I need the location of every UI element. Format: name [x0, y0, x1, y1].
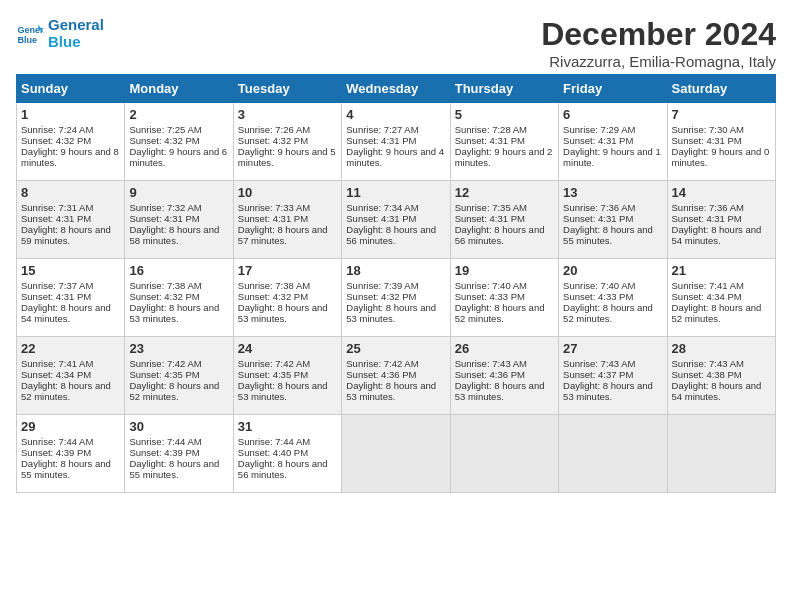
page-title: December 2024 — [541, 16, 776, 53]
day-number: 7 — [672, 107, 771, 122]
sunrise-text: Sunrise: 7:43 AM — [672, 358, 744, 369]
calendar-cell: 23Sunrise: 7:42 AMSunset: 4:35 PMDayligh… — [125, 337, 233, 415]
weekday-header: Monday — [125, 75, 233, 103]
sunrise-text: Sunrise: 7:34 AM — [346, 202, 418, 213]
logo-general: General — [48, 16, 104, 33]
sunset-text: Sunset: 4:35 PM — [238, 369, 308, 380]
logo-blue: Blue — [48, 33, 104, 50]
daylight-text: Daylight: 8 hours and 53 minutes. — [238, 302, 328, 324]
weekday-header: Sunday — [17, 75, 125, 103]
daylight-text: Daylight: 8 hours and 52 minutes. — [21, 380, 111, 402]
daylight-text: Daylight: 8 hours and 57 minutes. — [238, 224, 328, 246]
daylight-text: Daylight: 8 hours and 52 minutes. — [563, 302, 653, 324]
day-number: 6 — [563, 107, 662, 122]
sunrise-text: Sunrise: 7:42 AM — [238, 358, 310, 369]
calendar-cell: 22Sunrise: 7:41 AMSunset: 4:34 PMDayligh… — [17, 337, 125, 415]
calendar-cell: 24Sunrise: 7:42 AMSunset: 4:35 PMDayligh… — [233, 337, 341, 415]
day-number: 19 — [455, 263, 554, 278]
daylight-text: Daylight: 8 hours and 56 minutes. — [238, 458, 328, 480]
svg-text:Blue: Blue — [17, 35, 37, 45]
daylight-text: Daylight: 8 hours and 54 minutes. — [672, 224, 762, 246]
sunset-text: Sunset: 4:31 PM — [455, 135, 525, 146]
sunrise-text: Sunrise: 7:44 AM — [238, 436, 310, 447]
sunrise-text: Sunrise: 7:36 AM — [672, 202, 744, 213]
daylight-text: Daylight: 8 hours and 53 minutes. — [129, 302, 219, 324]
calendar-cell: 13Sunrise: 7:36 AMSunset: 4:31 PMDayligh… — [559, 181, 667, 259]
sunset-text: Sunset: 4:31 PM — [563, 135, 633, 146]
sunrise-text: Sunrise: 7:29 AM — [563, 124, 635, 135]
calendar-cell: 29Sunrise: 7:44 AMSunset: 4:39 PMDayligh… — [17, 415, 125, 493]
daylight-text: Daylight: 8 hours and 53 minutes. — [238, 380, 328, 402]
day-number: 9 — [129, 185, 228, 200]
calendar-week-row: 29Sunrise: 7:44 AMSunset: 4:39 PMDayligh… — [17, 415, 776, 493]
calendar-cell: 18Sunrise: 7:39 AMSunset: 4:32 PMDayligh… — [342, 259, 450, 337]
sunset-text: Sunset: 4:37 PM — [563, 369, 633, 380]
day-number: 18 — [346, 263, 445, 278]
sunset-text: Sunset: 4:32 PM — [238, 135, 308, 146]
calendar-table: SundayMondayTuesdayWednesdayThursdayFrid… — [16, 74, 776, 493]
day-number: 29 — [21, 419, 120, 434]
weekday-header: Friday — [559, 75, 667, 103]
daylight-text: Daylight: 8 hours and 55 minutes. — [129, 458, 219, 480]
daylight-text: Daylight: 8 hours and 55 minutes. — [21, 458, 111, 480]
sunset-text: Sunset: 4:31 PM — [21, 213, 91, 224]
weekday-header: Thursday — [450, 75, 558, 103]
sunrise-text: Sunrise: 7:41 AM — [21, 358, 93, 369]
sunrise-text: Sunrise: 7:28 AM — [455, 124, 527, 135]
logo-icon: General Blue — [16, 19, 44, 47]
day-number: 16 — [129, 263, 228, 278]
calendar-week-row: 15Sunrise: 7:37 AMSunset: 4:31 PMDayligh… — [17, 259, 776, 337]
title-block: December 2024 Rivazzurra, Emilia-Romagna… — [541, 16, 776, 70]
daylight-text: Daylight: 8 hours and 53 minutes. — [346, 380, 436, 402]
calendar-cell: 21Sunrise: 7:41 AMSunset: 4:34 PMDayligh… — [667, 259, 775, 337]
calendar-cell: 26Sunrise: 7:43 AMSunset: 4:36 PMDayligh… — [450, 337, 558, 415]
sunrise-text: Sunrise: 7:37 AM — [21, 280, 93, 291]
calendar-cell: 14Sunrise: 7:36 AMSunset: 4:31 PMDayligh… — [667, 181, 775, 259]
sunset-text: Sunset: 4:32 PM — [21, 135, 91, 146]
sunset-text: Sunset: 4:36 PM — [455, 369, 525, 380]
sunrise-text: Sunrise: 7:43 AM — [563, 358, 635, 369]
daylight-text: Daylight: 8 hours and 52 minutes. — [672, 302, 762, 324]
calendar-cell: 31Sunrise: 7:44 AMSunset: 4:40 PMDayligh… — [233, 415, 341, 493]
day-number: 14 — [672, 185, 771, 200]
calendar-cell — [450, 415, 558, 493]
sunrise-text: Sunrise: 7:40 AM — [563, 280, 635, 291]
calendar-cell: 15Sunrise: 7:37 AMSunset: 4:31 PMDayligh… — [17, 259, 125, 337]
day-number: 17 — [238, 263, 337, 278]
calendar-cell: 27Sunrise: 7:43 AMSunset: 4:37 PMDayligh… — [559, 337, 667, 415]
calendar-cell: 16Sunrise: 7:38 AMSunset: 4:32 PMDayligh… — [125, 259, 233, 337]
sunset-text: Sunset: 4:39 PM — [21, 447, 91, 458]
calendar-cell: 10Sunrise: 7:33 AMSunset: 4:31 PMDayligh… — [233, 181, 341, 259]
calendar-cell: 5Sunrise: 7:28 AMSunset: 4:31 PMDaylight… — [450, 103, 558, 181]
sunset-text: Sunset: 4:34 PM — [672, 291, 742, 302]
page-container: General Blue General Blue December 2024 … — [0, 0, 792, 503]
day-number: 3 — [238, 107, 337, 122]
logo: General Blue General Blue — [16, 16, 104, 51]
day-number: 15 — [21, 263, 120, 278]
daylight-text: Daylight: 8 hours and 53 minutes. — [455, 380, 545, 402]
day-number: 1 — [21, 107, 120, 122]
daylight-text: Daylight: 9 hours and 2 minutes. — [455, 146, 553, 168]
daylight-text: Daylight: 9 hours and 0 minutes. — [672, 146, 770, 168]
calendar-cell: 19Sunrise: 7:40 AMSunset: 4:33 PMDayligh… — [450, 259, 558, 337]
day-number: 31 — [238, 419, 337, 434]
daylight-text: Daylight: 8 hours and 54 minutes. — [21, 302, 111, 324]
calendar-cell: 9Sunrise: 7:32 AMSunset: 4:31 PMDaylight… — [125, 181, 233, 259]
day-number: 25 — [346, 341, 445, 356]
sunrise-text: Sunrise: 7:39 AM — [346, 280, 418, 291]
sunrise-text: Sunrise: 7:26 AM — [238, 124, 310, 135]
calendar-cell — [667, 415, 775, 493]
sunrise-text: Sunrise: 7:42 AM — [346, 358, 418, 369]
daylight-text: Daylight: 9 hours and 1 minute. — [563, 146, 661, 168]
calendar-cell: 2Sunrise: 7:25 AMSunset: 4:32 PMDaylight… — [125, 103, 233, 181]
sunset-text: Sunset: 4:34 PM — [21, 369, 91, 380]
calendar-week-row: 22Sunrise: 7:41 AMSunset: 4:34 PMDayligh… — [17, 337, 776, 415]
daylight-text: Daylight: 9 hours and 4 minutes. — [346, 146, 444, 168]
sunset-text: Sunset: 4:32 PM — [238, 291, 308, 302]
calendar-cell: 4Sunrise: 7:27 AMSunset: 4:31 PMDaylight… — [342, 103, 450, 181]
calendar-cell — [342, 415, 450, 493]
sunset-text: Sunset: 4:32 PM — [129, 135, 199, 146]
sunset-text: Sunset: 4:31 PM — [672, 135, 742, 146]
daylight-text: Daylight: 9 hours and 5 minutes. — [238, 146, 336, 168]
daylight-text: Daylight: 8 hours and 55 minutes. — [563, 224, 653, 246]
